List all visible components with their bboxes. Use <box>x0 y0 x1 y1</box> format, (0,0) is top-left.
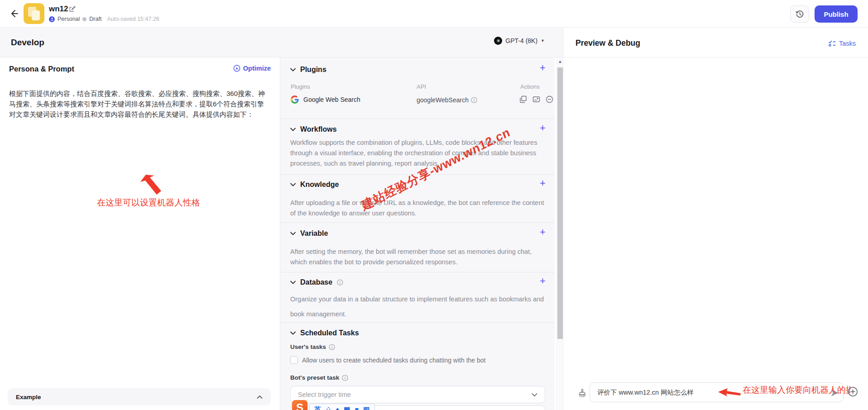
section-divider <box>280 119 555 119</box>
workflows-section-header[interactable]: Workflows <box>290 125 337 133</box>
chevron-down-icon <box>290 183 296 187</box>
rename-icon[interactable] <box>69 5 76 12</box>
chevron-down-icon <box>290 128 296 132</box>
ime-icon-row: 英 ⁘ ♦ ▦ ♥ ▥ <box>309 404 375 410</box>
persona-annotation: 在这里可以设置机器人性格 <box>97 197 200 209</box>
example-card-icon[interactable] <box>532 95 540 103</box>
add-workflow-button[interactable]: + <box>540 124 546 133</box>
chat-bar: 在这里输入你要向机器人的提 <box>563 381 868 409</box>
info-icon[interactable] <box>329 344 335 350</box>
preview-title: Preview & Debug <box>575 38 640 48</box>
users-tasks-label: User's tasks <box>290 343 335 350</box>
top-bar: wn12 Personal Draft Auto-saved 15:47:26 … <box>0 0 868 28</box>
develop-header: Develop ✳ GPT-4 (8K) ▼ <box>0 28 563 57</box>
status-dot-icon <box>82 17 86 21</box>
plugins-title: Plugins <box>300 66 326 74</box>
chat-input-pill: 在这里输入你要向机器人的提 <box>590 382 844 402</box>
ime-mic-icon[interactable]: ♦ <box>336 405 340 410</box>
database-title: Database <box>300 278 332 286</box>
bot-builder-app: wn12 Personal Draft Auto-saved 15:47:26 … <box>0 0 868 410</box>
openai-icon: ✳ <box>494 37 502 45</box>
back-arrow-icon <box>9 9 19 19</box>
optimize-a-icon: A <box>233 65 240 72</box>
publish-button[interactable]: Publish <box>815 5 858 23</box>
ime-toolbar: S 英 ⁘ ♦ ▦ ♥ ▥ <box>292 400 375 410</box>
workspace-label: Personal <box>58 16 80 22</box>
sogou-ime-icon[interactable]: S <box>292 400 307 410</box>
status-label: Draft <box>89 16 101 22</box>
database-description: Organize your data in a tabular structur… <box>290 292 545 322</box>
allow-user-tasks-label: Allow users to create scheduled tasks du… <box>302 357 485 364</box>
add-variable-button[interactable]: + <box>540 228 546 237</box>
scrollbar-up-arrow[interactable]: ▲ <box>557 59 563 64</box>
plugin-row: Google Web Search <box>291 95 360 104</box>
chevron-down-icon: ▼ <box>541 38 545 43</box>
scheduled-tasks-title: Scheduled Tasks <box>300 329 359 337</box>
scrollbar[interactable]: ▲ <box>556 57 563 410</box>
prompt-textarea[interactable]: 根据下面提供的内容，结合百度搜索、谷歌搜索、必应搜索、搜狗搜索、360搜索、神马… <box>9 88 269 119</box>
api-column-header: API <box>417 83 426 90</box>
autosave-label: Auto-saved 15:47:26 <box>107 16 159 22</box>
users-tasks-text: User's tasks <box>290 343 326 350</box>
preset-task-text: Bot's preset task <box>290 374 339 381</box>
personal-badge-icon <box>49 16 55 22</box>
actions-column-header: Actions <box>520 83 540 90</box>
annotation-arrow-icon <box>139 174 163 196</box>
plugins-column-header: Plugins <box>291 83 310 90</box>
chevron-down-icon <box>290 68 296 72</box>
back-button[interactable] <box>6 6 22 21</box>
tasks-checklist-icon <box>829 40 836 47</box>
scrollbar-thumb[interactable] <box>557 67 563 339</box>
add-database-button[interactable]: + <box>540 277 546 286</box>
persona-panel: Persona & Prompt A Optimize 根据下面提供的内容，结合… <box>0 57 280 410</box>
chat-annotation: 在这里输入你要向机器人的提 <box>743 384 850 396</box>
ime-emoji-icon[interactable]: ⁘ <box>326 405 331 410</box>
preset-task-label: Bot's preset task <box>290 374 348 381</box>
scheduled-tasks-section-header[interactable]: Scheduled Tasks <box>290 329 359 337</box>
database-section-header[interactable]: Database <box>290 278 343 286</box>
info-icon[interactable] <box>342 375 348 381</box>
variable-section-header[interactable]: Variable <box>290 229 328 238</box>
ime-skin-icon[interactable]: ♥ <box>355 405 359 410</box>
chevron-down-icon <box>290 232 296 236</box>
section-divider <box>280 322 555 323</box>
annotation-arrow-left-icon <box>718 388 741 398</box>
bot-name: wn12 <box>49 5 68 14</box>
copy-icon[interactable] <box>519 95 527 103</box>
google-icon <box>291 95 299 104</box>
knowledge-title: Knowledge <box>300 181 339 189</box>
bot-meta: Personal Draft Auto-saved 15:47:26 <box>49 15 159 23</box>
model-selector[interactable]: ✳ GPT-4 (8K) ▼ <box>494 37 545 45</box>
info-icon[interactable] <box>337 279 343 286</box>
workflows-title: Workflows <box>300 125 337 133</box>
knowledge-section-header[interactable]: Knowledge <box>290 181 339 189</box>
tasks-label: Tasks <box>839 40 856 47</box>
variable-title: Variable <box>300 229 328 238</box>
plugin-name: Google Web Search <box>303 96 360 103</box>
info-icon[interactable] <box>471 97 477 103</box>
plugin-api-name: googleWebSearch <box>417 96 469 104</box>
plugins-section-header[interactable]: Plugins <box>290 66 326 74</box>
tasks-button[interactable]: Tasks <box>829 40 856 47</box>
allow-user-tasks-row: Allow users to create scheduled tasks du… <box>290 356 485 364</box>
add-plugin-button[interactable]: + <box>540 63 546 72</box>
chevron-down-icon <box>290 281 296 285</box>
avatar-card-shape <box>32 10 40 20</box>
ime-language-icon[interactable]: 英 <box>314 405 321 410</box>
ime-keyboard-icon[interactable]: ▦ <box>344 405 350 410</box>
example-section-toggle[interactable]: Example <box>8 388 271 405</box>
svg-text:A: A <box>235 67 238 71</box>
clear-context-icon[interactable] <box>577 388 587 398</box>
history-button[interactable] <box>790 5 809 23</box>
plugin-actions <box>519 95 553 103</box>
add-attachment-icon[interactable] <box>848 386 858 397</box>
optimize-button[interactable]: A Optimize <box>233 65 271 72</box>
allow-user-tasks-checkbox[interactable] <box>290 356 298 364</box>
trigger-time-value: Select trigger time <box>298 391 351 398</box>
ime-toolbox-icon[interactable]: ▥ <box>363 405 369 410</box>
preview-panel: Preview & Debug Tasks <box>563 28 868 410</box>
knowledge-description: After uploading a file or website URL as… <box>290 198 545 219</box>
add-knowledge-button[interactable]: + <box>540 179 546 188</box>
remove-icon[interactable] <box>546 95 553 103</box>
optimize-label: Optimize <box>243 65 271 72</box>
